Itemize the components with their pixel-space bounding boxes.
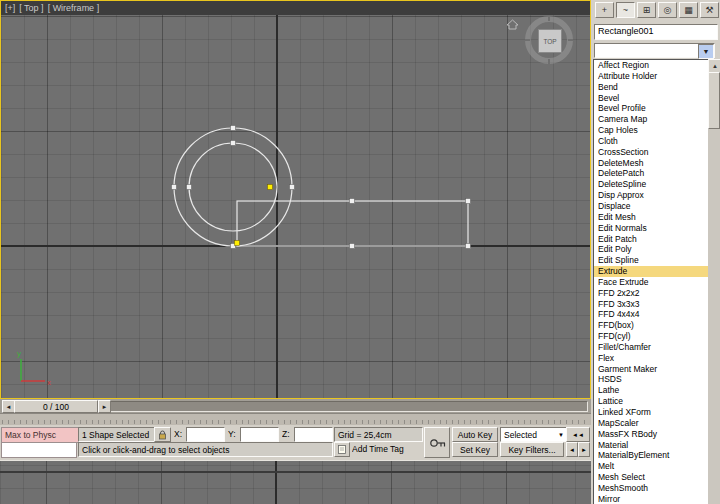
macro-recorder-listener[interactable]: Max to Physc <box>1 427 80 443</box>
maxscript-mini-listener[interactable] <box>1 442 77 458</box>
modifier-list-item[interactable]: Mesh Select <box>594 472 708 483</box>
modifier-list-item[interactable]: Melt <box>594 461 708 472</box>
world-axis-tripod: x y <box>17 349 51 387</box>
z-coord-field[interactable] <box>294 427 333 442</box>
modifier-list-item[interactable]: FFD 4x4x4 <box>594 309 708 320</box>
modifier-list-item[interactable]: FFD(cyl) <box>594 331 708 342</box>
modifier-list-item[interactable]: Edit Patch <box>594 234 708 245</box>
modifier-list-item[interactable]: FFD 2x2x2 <box>594 288 708 299</box>
dropdown-arrow-icon[interactable]: ▼ <box>558 432 564 438</box>
modifier-list-item[interactable]: Camera Map <box>594 114 708 125</box>
modifier-list-item[interactable]: Attribute Holder <box>594 71 708 82</box>
viewport-menu-label[interactable]: [+] <box>5 3 15 13</box>
selection-status: 1 Shape Selected <box>78 427 155 442</box>
modifier-list-item[interactable]: Material <box>594 440 708 451</box>
secondary-viewport-strip[interactable] <box>0 460 591 504</box>
modifier-list-combo[interactable]: ▼ <box>594 43 715 58</box>
selection-lock-button[interactable] <box>154 427 171 442</box>
modifier-list-item[interactable]: Mirror <box>594 494 708 504</box>
modifier-list-item[interactable]: Bevel Profile <box>594 103 708 114</box>
modifier-list-item[interactable]: Bend <box>594 82 708 93</box>
viewcube-tick-n <box>548 16 550 21</box>
modifier-list-item[interactable]: Linked XForm <box>594 407 708 418</box>
create-tab-icon[interactable]: + <box>595 2 614 18</box>
modifier-list-item[interactable]: Cloth <box>594 136 708 147</box>
modifier-list-item[interactable]: MapScaler <box>594 418 708 429</box>
set-keys-button[interactable] <box>424 427 450 458</box>
modifier-list-item[interactable]: FFD(box) <box>594 320 708 331</box>
key-filter-selected-dropdown[interactable]: Selected ▼ <box>500 427 567 442</box>
status-bar: Max to Physc 1 Shape Selected X: Y: Z: G… <box>0 425 591 460</box>
x-coord-field[interactable] <box>186 427 225 442</box>
modifier-list-item[interactable]: Edit Mesh <box>594 212 708 223</box>
modifier-list-item[interactable]: Disp Approx <box>594 190 708 201</box>
key-icon <box>429 437 446 449</box>
modifier-list-item[interactable]: Edit Poly <box>594 244 708 255</box>
selected-filter-value: Selected <box>504 430 537 440</box>
modifier-list-item[interactable]: Extrude <box>594 266 708 277</box>
viewport-canvas[interactable]: x y TOP <box>1 15 590 398</box>
modify-tab-icon[interactable]: ~ <box>616 2 635 18</box>
previous-frame-button[interactable]: ◄ <box>566 442 578 457</box>
set-key-button[interactable]: Set Key <box>452 442 498 457</box>
y-coord-label: Y: <box>228 429 236 439</box>
strip-grid-axis-v <box>275 461 277 504</box>
main-viewport[interactable]: [+] [ Top ] [ Wireframe ] <box>0 0 591 399</box>
hierarchy-tab-icon[interactable]: ⊞ <box>637 2 656 18</box>
modifier-list-item[interactable]: Displace <box>594 201 708 212</box>
viewcube-home-icon[interactable] <box>506 19 519 30</box>
3dsmax-window: [+] [ Top ] [ Wireframe ] <box>0 0 720 504</box>
modifier-list-item[interactable]: Cap Holes <box>594 125 708 136</box>
modifier-list-item[interactable]: MeshSmooth <box>594 483 708 494</box>
viewport-shading-label[interactable]: [ Wireframe ] <box>48 3 100 13</box>
lock-icon <box>158 430 167 440</box>
next-frame-arrow-button[interactable]: ► <box>98 400 111 413</box>
modifier-list-item[interactable]: HSDS <box>594 374 708 385</box>
modifier-list-item[interactable]: Lattice <box>594 396 708 407</box>
scrollbar-up-arrow-icon[interactable]: ▲ <box>708 59 720 73</box>
modifier-list-item[interactable]: DeletePatch <box>594 168 708 179</box>
x-coord-label: X: <box>174 429 182 439</box>
modifier-list-item[interactable]: DeleteSpline <box>594 179 708 190</box>
modifier-list-item[interactable]: Face Extrude <box>594 277 708 288</box>
key-filters-button[interactable]: Key Filters... <box>500 442 564 457</box>
add-time-tag-label[interactable]: Add Time Tag <box>352 444 404 454</box>
viewcube-top-face[interactable]: TOP <box>538 29 562 53</box>
go-to-start-button[interactable]: ◄◄ <box>566 427 590 442</box>
time-tag-icon <box>338 445 346 454</box>
modifier-list-item[interactable]: Affect Region <box>594 60 708 71</box>
modifier-list-item[interactable]: Lathe <box>594 385 708 396</box>
modifier-list-item[interactable]: CrossSection <box>594 147 708 158</box>
scrollbar-thumb[interactable] <box>708 72 720 129</box>
selected-shape-spline[interactable]: x y <box>1 15 590 398</box>
add-time-tag-button[interactable] <box>334 442 350 457</box>
modifier-list-item[interactable]: DeleteMesh <box>594 158 708 169</box>
utilities-tab-icon[interactable]: ⚒ <box>700 2 719 18</box>
time-slider-handle[interactable]: 0 / 100 <box>14 400 98 413</box>
y-coord-field[interactable] <box>240 427 279 442</box>
viewport-view-label[interactable]: [ Top ] <box>19 3 43 13</box>
modifier-list-item[interactable]: Fillet/Chamfer <box>594 342 708 353</box>
modifier-list-item[interactable]: Flex <box>594 353 708 364</box>
combo-dropdown-arrow-icon[interactable]: ▼ <box>698 44 714 59</box>
prompt-line: Click or click-and-drag to select object… <box>78 442 333 457</box>
viewcube[interactable]: TOP <box>525 16 573 64</box>
modifier-list-item[interactable]: Bevel <box>594 93 708 104</box>
viewcube-tick-s <box>548 59 550 64</box>
modifier-list-scrollbar[interactable]: ▲ <box>708 59 720 504</box>
play-button[interactable]: ► <box>578 442 590 457</box>
z-coord-label: Z: <box>282 429 290 439</box>
grid-setting-display: Grid = 25,4cm <box>334 427 423 442</box>
viewport-titlebar: [+] [ Top ] [ Wireframe ] <box>1 1 590 15</box>
time-slider-row: ◄ 0 / 100 ► <box>0 399 591 413</box>
modifier-list-item[interactable]: MassFX RBody <box>594 429 708 440</box>
modifier-list-item[interactable]: Garment Maker <box>594 364 708 375</box>
auto-key-button[interactable]: Auto Key <box>452 427 498 442</box>
modifier-list-item[interactable]: FFD 3x3x3 <box>594 299 708 310</box>
motion-tab-icon[interactable]: ◎ <box>658 2 677 18</box>
modifier-list-item[interactable]: MaterialByElement <box>594 450 708 461</box>
modifier-list-item[interactable]: Edit Spline <box>594 255 708 266</box>
modifier-list-item[interactable]: Edit Normals <box>594 223 708 234</box>
object-name-field[interactable]: Rectangle001 <box>594 24 718 40</box>
display-tab-icon[interactable]: ▦ <box>679 2 698 18</box>
